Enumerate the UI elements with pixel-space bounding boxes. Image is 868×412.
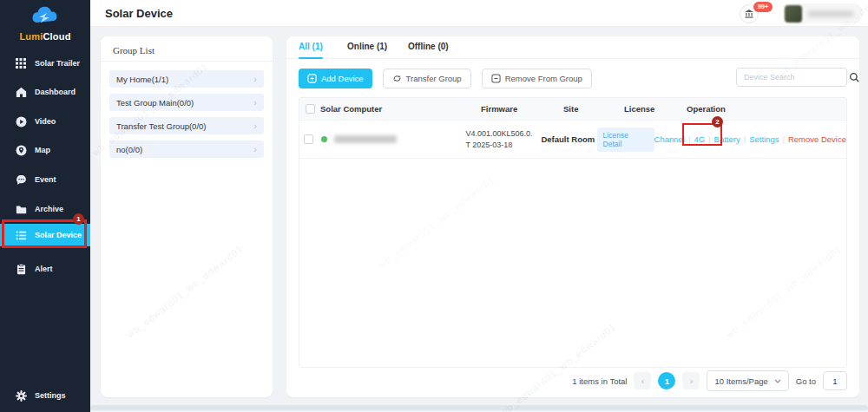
notification-count-badge: 99+ (753, 2, 773, 12)
search-input[interactable] (737, 69, 849, 86)
chevron-right-icon: › (253, 98, 257, 108)
sidebar-item-label: Settings (35, 391, 66, 400)
chevron-down-icon (774, 379, 781, 383)
device-search (736, 68, 847, 87)
folder-icon (15, 203, 27, 215)
group-list-title: Group List (113, 45, 155, 56)
sidebar-item-label: Solar Trailer (35, 59, 80, 68)
sidebar-item-video[interactable]: Video (0, 110, 90, 133)
tab-all[interactable]: All (1) (299, 42, 323, 58)
tab-offline[interactable]: Offline (0) (408, 42, 449, 58)
online-status-dot (321, 136, 327, 142)
sidebar-item-event[interactable]: Event (0, 168, 90, 191)
add-device-button[interactable]: Add Device (299, 69, 372, 88)
sidebar-item-label: Alert (35, 265, 53, 273)
pagination: 1 items in Total ‹ 1 › 10 Items/Page Go … (572, 370, 847, 391)
sidebar-item-solar-device[interactable]: Solar Device (0, 224, 90, 246)
brand-name: LumiCloud (0, 31, 90, 42)
sidebar: LumiCloud Solar Trailer Dashboard Video (0, 0, 90, 412)
page-size-select[interactable]: 10 Items/Page (707, 370, 788, 391)
total-items-text: 1 items in Total (572, 376, 627, 386)
table-header-row: Solar Computer Firmware Site License Ope… (299, 98, 846, 121)
device-name-redacted (334, 135, 397, 143)
select-all-checkbox[interactable] (306, 104, 315, 114)
sidebar-item-archive[interactable]: Archive (0, 198, 90, 220)
group-item-my-home[interactable]: My Home(1/1) › (109, 70, 264, 88)
sidebar-item-label: Map (35, 146, 50, 154)
user-name-redacted (808, 10, 853, 17)
separator: | (782, 134, 784, 144)
settings-link[interactable]: Settings (749, 134, 779, 144)
add-device-label: Add Device (321, 74, 364, 83)
col-header-site: Site (563, 104, 624, 114)
current-page-button[interactable]: 1 (658, 372, 675, 389)
sidebar-item-settings[interactable]: Settings (0, 384, 90, 407)
group-item-label: Test Group Main(0/0) (116, 98, 194, 108)
chevron-right-icon: › (253, 121, 257, 131)
transfer-group-label: Transfer Group (406, 74, 462, 83)
device-table: Solar Computer Firmware Site License Ope… (299, 97, 847, 368)
sidebar-item-label: Event (35, 175, 56, 184)
chat-bubble-icon (15, 173, 27, 186)
page-title: Solar Device (105, 0, 173, 27)
col-header-operation: Operation (687, 104, 846, 114)
col-header-solar-computer: Solar Computer (320, 104, 481, 114)
battery-link[interactable]: Battery (714, 134, 740, 144)
map-icon (15, 144, 27, 156)
sidebar-item-label: Solar Device (35, 231, 82, 239)
device-list-icon (15, 229, 27, 241)
col-header-firmware: Firmware (481, 104, 563, 114)
4g-link[interactable]: 4G (694, 134, 705, 144)
bank-icon (744, 9, 754, 19)
page-size-value: 10 Items/Page (714, 376, 767, 386)
user-menu[interactable] (783, 3, 863, 23)
brand-name-rest: Cloud (43, 31, 70, 42)
remove-device-link[interactable]: Remove Device (788, 134, 846, 144)
divider (101, 61, 273, 62)
next-page-button[interactable]: › (682, 372, 700, 389)
dashboard-icon (15, 86, 27, 98)
group-item-no[interactable]: no(0/0) › (109, 141, 264, 158)
remove-from-group-button[interactable]: Remove From Group (482, 69, 592, 88)
sidebar-item-label: Dashboard (35, 88, 76, 96)
tab-online[interactable]: Online (1) (347, 42, 387, 58)
chevron-right-icon: › (253, 145, 257, 154)
group-item-label: My Home(1/1) (116, 75, 168, 84)
row-checkbox[interactable] (304, 134, 313, 144)
play-circle-icon (15, 115, 27, 128)
toolbar: Add Device Transfer Group Remove From Gr… (299, 69, 592, 88)
horizontal-scrollbar[interactable] (90, 405, 868, 410)
top-header: Solar Device 99+ (90, 0, 868, 27)
prev-page-button[interactable]: ‹ (634, 372, 651, 389)
goto-page-input[interactable] (823, 371, 847, 390)
avatar (785, 5, 802, 23)
group-item-test-group-main[interactable]: Test Group Main(0/0) › (109, 94, 264, 111)
plus-square-icon (307, 74, 317, 83)
cloud-logo-icon (28, 5, 62, 28)
sidebar-item-label: Archive (35, 205, 63, 213)
group-item-label: Transfer Test Group(0/0) (116, 121, 206, 131)
sidebar-item-solar-trailer[interactable]: Solar Trailer (0, 52, 90, 75)
channel-link[interactable]: Channel (654, 134, 685, 144)
sidebar-item-alert[interactable]: Alert (0, 258, 90, 280)
brand-logo: LumiCloud (0, 5, 90, 42)
sidebar-item-map[interactable]: Map (0, 139, 90, 161)
device-panel: All (1) Online (1) Offline (0) Add Devic… (286, 36, 859, 397)
clipboard-icon (15, 263, 27, 275)
license-detail-button[interactable]: License Detail (597, 128, 654, 152)
group-item-label: no(0/0) (116, 145, 142, 154)
remove-from-group-label: Remove From Group (505, 74, 582, 83)
transfer-group-button[interactable]: Transfer Group (383, 69, 471, 88)
page: LumiCloud Solar Trailer Dashboard Video (0, 0, 868, 412)
divider (286, 58, 859, 59)
separator: | (744, 134, 746, 144)
transfer-icon (392, 74, 402, 83)
table-row: V4.001.00KL506.0.T 2025-03-18 Default Ro… (299, 121, 846, 159)
sidebar-item-dashboard[interactable]: Dashboard (0, 81, 90, 103)
firmware-value: V4.001.00KL506.0.T 2025-03-18 (465, 128, 541, 151)
gear-icon (15, 389, 27, 402)
group-item-transfer-test-group[interactable]: Transfer Test Group(0/0) › (109, 117, 264, 134)
group-list-panel: Group List My Home(1/1) › Test Group Mai… (101, 36, 273, 397)
search-icon[interactable] (849, 72, 860, 83)
minus-square-icon (491, 74, 501, 83)
